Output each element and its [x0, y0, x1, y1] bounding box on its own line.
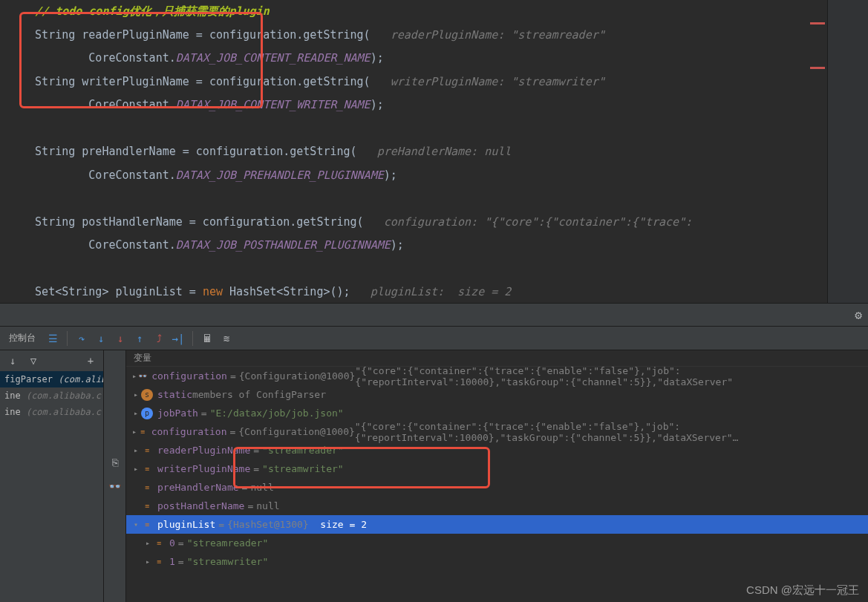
- comment-line: // todo config优化，只捕获需要的plugin: [35, 4, 270, 18]
- frame-item[interactable]: ine (com.alibaba.c: [0, 404, 103, 420]
- evaluate-icon[interactable]: 🖩: [199, 330, 215, 347]
- var-row[interactable]: ≡0="streamreader": [126, 534, 868, 552]
- param-icon: p: [141, 408, 153, 419]
- field-icon: ≡: [153, 556, 165, 568]
- field-icon: ≡: [141, 519, 153, 531]
- field-icon: ≡: [153, 537, 165, 549]
- step-into-icon[interactable]: ↓: [93, 330, 109, 347]
- field-icon: ≡: [141, 463, 153, 475]
- field-icon: ≡: [141, 482, 153, 494]
- add-icon[interactable]: +: [82, 353, 99, 369]
- frame-item[interactable]: figParser (com.alib: [0, 371, 103, 387]
- debug-toolbar: 控制台 ☰ ↷ ↓ ↓ ↑ ⤴ →| 🖩 ≋: [0, 327, 868, 350]
- variables-panel: 变量 👓configuration={Configuration@1000} "…: [126, 350, 868, 602]
- code-content[interactable]: // todo config优化，只捕获需要的plugin String rea…: [0, 0, 868, 303]
- arrow-down-icon[interactable]: ↓: [4, 353, 21, 369]
- minimap[interactable]: [827, 0, 868, 303]
- var-row-writer[interactable]: ≡writerPluginName="streamwriter": [126, 459, 868, 478]
- gear-icon[interactable]: ⚙: [855, 308, 862, 322]
- force-step-icon[interactable]: ↓: [112, 330, 128, 347]
- var-row[interactable]: ≡preHandlerName=null: [126, 478, 868, 497]
- glasses-icon[interactable]: 👓: [107, 478, 123, 494]
- step-over-icon[interactable]: ↷: [74, 330, 90, 347]
- field-icon: ≡: [141, 500, 153, 512]
- field-icon: ≡: [141, 445, 153, 457]
- threads-icon[interactable]: ☰: [45, 330, 61, 347]
- watermark: CSDN @宏远十一冠王: [746, 583, 859, 598]
- watch-icon: 👓: [138, 370, 147, 382]
- run-to-cursor-icon[interactable]: →|: [170, 330, 186, 347]
- var-row[interactable]: pjobPath="E:/datax/job/job.json": [126, 404, 868, 422]
- tab-console[interactable]: 控制台: [3, 329, 42, 347]
- step-out-icon[interactable]: ↑: [131, 330, 148, 347]
- frame-item[interactable]: ine (com.alibaba.c: [0, 387, 103, 404]
- var-row[interactable]: ≡1="streamwriter": [126, 552, 868, 571]
- trace-icon[interactable]: ≋: [218, 330, 235, 347]
- frames-list[interactable]: figParser (com.alib ine (com.alibaba.c i…: [0, 371, 103, 602]
- editor-area: // todo config优化，只捕获需要的plugin String rea…: [0, 0, 868, 303]
- vars-header: 变量: [126, 350, 868, 367]
- var-row[interactable]: 👓configuration={Configuration@1000} "{"c…: [126, 367, 868, 385]
- vars-tree[interactable]: 👓configuration={Configuration@1000} "{"c…: [126, 367, 868, 602]
- var-row-reader[interactable]: ≡readerPluginName="streamreader": [126, 441, 868, 459]
- var-row[interactable]: ≡configuration={Configuration@1000} "{"c…: [126, 422, 868, 441]
- side-icons: ⎘ 👓: [104, 350, 126, 602]
- drop-frame-icon[interactable]: ⤴: [151, 330, 167, 347]
- var-row-pluginlist[interactable]: ≡pluginList={HashSet@1300} size = 2: [126, 515, 868, 534]
- frames-panel: ↓ ▽ + figParser (com.alib ine (com.aliba…: [0, 350, 104, 602]
- static-icon: s: [141, 389, 153, 401]
- debug-body: ↓ ▽ + figParser (com.alib ine (com.aliba…: [0, 350, 868, 602]
- field-icon: ≡: [138, 426, 147, 438]
- debug-tab-bar: ⚙: [0, 303, 868, 327]
- copy-icon[interactable]: ⎘: [107, 454, 123, 471]
- var-row[interactable]: sstatic members of ConfigParser: [126, 385, 868, 404]
- filter-icon[interactable]: ▽: [25, 353, 42, 369]
- var-row[interactable]: ≡postHandlerName=null: [126, 497, 868, 515]
